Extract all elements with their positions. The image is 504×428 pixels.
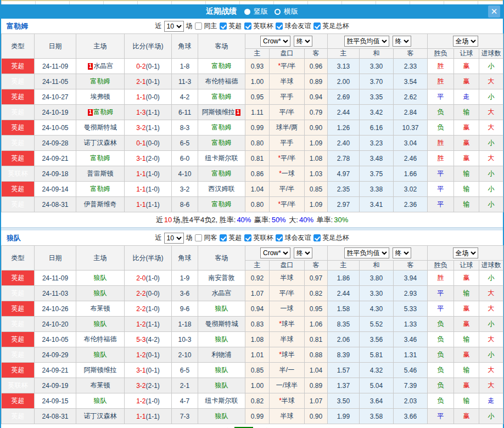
avg-metric-select[interactable]: 胜平负均值 bbox=[344, 247, 389, 258]
goals-cell: 大 bbox=[479, 105, 503, 120]
home-team-cell: 狼队 bbox=[76, 317, 125, 332]
away-team: 西汉姆联 bbox=[209, 185, 235, 193]
corner-score: 11-3 bbox=[172, 74, 198, 89]
odds-company-select[interactable]: Crow* bbox=[260, 247, 290, 258]
league-badge: 英超 bbox=[2, 151, 35, 166]
odds-away: 1.06 bbox=[305, 317, 328, 332]
avg-draw-odds: 5.81 bbox=[360, 347, 394, 363]
odds-home: 0.95 bbox=[245, 89, 270, 105]
competition-checkbox[interactable] bbox=[220, 22, 227, 30]
half-time-score: (0-1) bbox=[146, 78, 160, 86]
handicap-cell: 平手 bbox=[270, 89, 305, 105]
close-icon[interactable]: ✕ bbox=[488, 5, 500, 18]
title-bar: 近期战绩 竖版 横版 ✕ bbox=[1, 4, 503, 19]
half-time-score: (1-1) bbox=[146, 201, 160, 209]
home-team: 普雷斯顿 bbox=[87, 170, 114, 177]
handicap-value: 球半 bbox=[282, 351, 295, 358]
corner-score: 2-10 bbox=[172, 347, 198, 363]
away-team: 狼队 bbox=[215, 366, 228, 374]
scope-select[interactable]: 全场 bbox=[453, 247, 478, 258]
odds-away: 1.09 bbox=[305, 197, 328, 212]
horizontal-radio-icon[interactable] bbox=[275, 9, 281, 15]
avg-metric-select[interactable]: 胜平负均值 bbox=[344, 36, 389, 47]
vertical-radio-icon[interactable] bbox=[244, 9, 250, 15]
competition-checkbox[interactable] bbox=[244, 22, 251, 30]
same-venue-checkbox[interactable] bbox=[195, 234, 202, 241]
table-row: 英超24-10-191富勒姆1-3(1-1)6-11阿斯顿维拉11.11平/半0… bbox=[2, 105, 503, 120]
avg-stage-select[interactable]: 终 bbox=[393, 36, 411, 47]
match-score-cell: 5-3(4-2) bbox=[125, 332, 172, 347]
horizontal-radio-label[interactable]: 横版 bbox=[284, 7, 298, 16]
handicap-cell: *球半 bbox=[270, 347, 305, 363]
col-header-away: 客场 bbox=[198, 34, 245, 59]
view-toggle: 竖版 横版 bbox=[240, 7, 298, 16]
recent-count-select[interactable]: 10 bbox=[164, 21, 184, 32]
competition-label: 英超 bbox=[229, 233, 242, 243]
table-row: 英超24-09-29狼队1-2(0-1)2-10利物浦1.01*球半0.888.… bbox=[2, 347, 503, 363]
avg-away-odds: 2.03 bbox=[394, 393, 428, 409]
scope-select[interactable]: 全场 bbox=[453, 36, 478, 47]
same-venue-label: 同客 bbox=[204, 233, 217, 243]
half-time-score: (1-1) bbox=[146, 124, 160, 132]
vertical-radio-label[interactable]: 竖版 bbox=[254, 7, 268, 16]
near-label: 近 bbox=[155, 21, 162, 31]
avg-away-odds: 2.62 bbox=[394, 89, 428, 105]
table-row: 英超24-09-21阿斯顿维拉3-1(0-1)6-5狼队0.85半/一1.041… bbox=[2, 363, 503, 378]
col-header-score: 比分(半场) bbox=[125, 34, 172, 59]
away-team-cell: 纽卡斯尔联 bbox=[198, 151, 245, 166]
league-badge: 英超 bbox=[2, 286, 35, 301]
handicap-value: 平/半 bbox=[281, 62, 295, 70]
half-time-score: (0-0) bbox=[146, 290, 160, 297]
competition-checkbox[interactable] bbox=[313, 234, 321, 241]
goals-cell: 小 bbox=[479, 409, 503, 424]
home-team: 狼队 bbox=[94, 320, 107, 328]
summary-segment: 场,胜4平4负2, 胜率: bbox=[173, 216, 236, 224]
avg-home-odds: 2.97 bbox=[328, 197, 360, 212]
home-team: 狼队 bbox=[94, 351, 107, 358]
competition-checkbox[interactable] bbox=[313, 22, 321, 30]
away-team-cell: 狼队 bbox=[198, 332, 245, 347]
odds-home: 1.08 bbox=[245, 332, 270, 347]
col-header-type: 类型 bbox=[2, 246, 35, 271]
handicap-value: 球半/两 bbox=[276, 123, 298, 131]
half-time-score: (1-0) bbox=[146, 170, 160, 178]
match-score-cell: 3-1(0-1) bbox=[125, 363, 172, 378]
match-score-cell: 2-1(0-1) bbox=[125, 74, 172, 89]
handicap-cell: 平/半 bbox=[270, 286, 305, 301]
competition-checkbox[interactable] bbox=[244, 234, 251, 241]
full-time-score: 1-1 bbox=[136, 201, 145, 209]
recent-count-select[interactable]: 10 bbox=[164, 233, 184, 244]
odds-home: 0.94 bbox=[245, 301, 270, 317]
avg-stage-select[interactable]: 终 bbox=[393, 247, 411, 258]
home-team: 狼队 bbox=[94, 397, 107, 404]
match-date: 24-09-18 bbox=[35, 166, 76, 182]
near-label: 近 bbox=[155, 233, 162, 243]
filter-bar: 近 10 场 同主 英超 英联杯 球会友谊 英足总杯 bbox=[155, 21, 349, 32]
odds-stage-select[interactable]: 终 bbox=[294, 247, 312, 258]
competition-checkbox[interactable] bbox=[220, 234, 227, 241]
result-cell: 胜 bbox=[428, 151, 454, 166]
sub-header-odds-home: 主 bbox=[245, 261, 270, 271]
avg-home-odds: 2.40 bbox=[328, 136, 360, 151]
avg-away-odds: 3.66 bbox=[394, 409, 428, 424]
home-team-cell: 曼彻斯特城 bbox=[76, 120, 125, 136]
odds-away: 0.85 bbox=[305, 182, 328, 197]
avg-draw-odds: 3.58 bbox=[360, 409, 394, 424]
avg-group-header: 胜平负均值 终 bbox=[328, 246, 428, 261]
avg-home-odds: 1.99 bbox=[328, 409, 360, 424]
home-team-cell: 布伦特福德 bbox=[76, 332, 125, 347]
full-time-score: 2-0 bbox=[136, 274, 145, 282]
odds-company-select[interactable]: Crow* bbox=[260, 36, 290, 47]
odds-away: 0.88 bbox=[305, 347, 328, 363]
match-score-cell: 0-2(0-1) bbox=[125, 59, 172, 74]
full-time-score: 3-2 bbox=[136, 124, 145, 132]
competition-checkbox[interactable] bbox=[276, 22, 283, 30]
same-venue-checkbox[interactable] bbox=[195, 22, 202, 30]
away-team: 纽卡斯尔联 bbox=[205, 397, 238, 404]
corner-score: 7-3 bbox=[172, 409, 198, 424]
odds-stage-select[interactable]: 终 bbox=[294, 36, 312, 47]
match-date: 24-08-31 bbox=[35, 197, 76, 212]
competition-checkbox[interactable] bbox=[276, 234, 283, 241]
red-card-badge: 1 bbox=[236, 109, 241, 116]
half-time-score: (1-0) bbox=[146, 185, 160, 193]
